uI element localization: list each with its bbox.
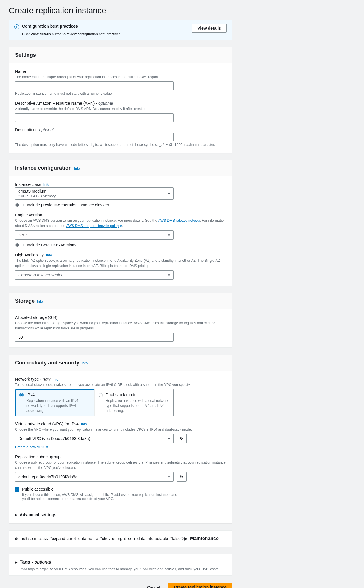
connectivity-panel: Connectivity and security Info Network t… — [9, 355, 232, 523]
name-input[interactable] — [15, 81, 174, 90]
banner-desc: Click View details button to review conf… — [22, 32, 122, 36]
chevron-down-icon: ▼ — [167, 234, 170, 237]
ipv4-title: IPv4 — [26, 392, 90, 397]
connectivity-info-link[interactable]: Info — [82, 361, 88, 365]
chevron-right-icon: ▶ — [15, 513, 17, 517]
ipv4-desc: Replication instance with an IPv4 networ… — [26, 398, 90, 413]
storage-info-link[interactable]: Info — [37, 299, 43, 304]
instance-config-panel: Instance configuration Info Instance cla… — [9, 160, 232, 286]
name-hint: Replication instance name must not start… — [15, 91, 226, 96]
maintenance-panel: default span class="expand-caret" data-n… — [9, 530, 232, 547]
refresh-vpc-button[interactable]: ↻ — [177, 434, 187, 443]
description-label: Description - optional — [15, 127, 226, 132]
name-desc: The name must be unique among all of you… — [15, 74, 226, 80]
subnet-group-select[interactable]: default-vpc-0eeda7b0193f3da8a ▼ — [15, 472, 174, 482]
tags-header: Tags - optional — [20, 559, 51, 565]
network-type-desc: To use dual-stack mode, make sure that y… — [15, 382, 226, 387]
subnet-group-label: Replication subnet group — [15, 454, 226, 459]
dual-desc: Replication instance with a dual network… — [106, 398, 170, 413]
release-notes-link[interactable]: AWS DMS release notes — [158, 219, 197, 223]
view-details-button[interactable]: View details — [192, 24, 227, 33]
network-type-dual-tile[interactable]: Dual-stack mode Replication instance wit… — [94, 389, 174, 416]
maintenance-toggle[interactable]: default span class="expand-caret" data-n… — [9, 531, 232, 547]
chevron-down-icon: ▼ — [167, 192, 170, 195]
storage-header: Storage — [15, 298, 35, 304]
ha-desc: The Multi-AZ option deploys a primary re… — [15, 258, 226, 269]
maintenance-header: Maintenance — [190, 536, 219, 541]
vpc-desc: Choose the VPC where you want your repli… — [15, 427, 226, 432]
arn-desc: A friendly name to override the default … — [15, 106, 226, 111]
vpc-label: Virtual private cloud (VPC) for IPv4 Inf… — [15, 422, 226, 426]
allocated-storage-desc: Choose the amount of storage space you w… — [15, 320, 226, 331]
instance-config-header: Instance configuration — [15, 165, 72, 171]
page-info-link[interactable]: Info — [109, 10, 115, 14]
allocated-storage-label: Allocated storage (GiB) — [15, 315, 226, 320]
instance-config-info-link[interactable]: Info — [74, 166, 80, 171]
external-link-icon: ⧉ — [46, 445, 48, 449]
page-title: Create replication instance Info — [9, 6, 355, 15]
high-availability-select[interactable]: Choose a failover setting ▼ — [15, 270, 174, 280]
tags-panel: ▶ Tags - optional Add tags to organize y… — [9, 554, 232, 576]
public-accessible-label: Public accessible — [22, 487, 181, 492]
beta-toggle-label: Include Beta DMS versions — [27, 243, 76, 247]
create-vpc-link[interactable]: Create a new VPC ⧉ — [15, 445, 48, 449]
refresh-icon: ↻ — [180, 474, 183, 479]
refresh-icon: ↻ — [180, 436, 183, 441]
settings-header: Settings — [15, 52, 36, 58]
instance-class-select[interactable]: dms.t3.medium 2 vCPUs 4 GiB Memory ▼ — [15, 187, 174, 200]
network-type-ipv4-tile[interactable]: IPv4 Replication instance with an IPv4 n… — [15, 389, 94, 416]
network-type-label: Network type - new Info — [15, 377, 226, 382]
chevron-down-icon: ▼ — [167, 274, 170, 277]
arn-label: Descriptive Amazon Resource Name (ARN) -… — [15, 101, 226, 106]
chevron-down-icon: ▼ — [167, 437, 170, 440]
description-hint: The description must only have unicode l… — [15, 143, 226, 147]
banner-title: Configuration best practices — [22, 24, 122, 29]
high-availability-label: High Availability Info — [15, 253, 226, 257]
storage-panel: Storage Info Allocated storage (GiB) Cho… — [9, 293, 232, 348]
cancel-button[interactable]: Cancel — [142, 583, 165, 588]
network-type-info-link[interactable]: Info — [53, 377, 58, 382]
engine-version-desc: Choose an AWS DMS version to run on your… — [15, 218, 226, 229]
settings-panel: Settings Name The name must be unique am… — [9, 47, 232, 153]
beta-toggle[interactable] — [15, 243, 24, 247]
engine-version-label: Engine version — [15, 213, 226, 217]
advanced-settings-label: Advanced settings — [20, 512, 56, 517]
instance-class-info-link[interactable]: Info — [43, 183, 49, 187]
create-button[interactable]: Create replication instance — [168, 583, 232, 588]
lifecycle-policy-link[interactable]: AWS DMS support lifecycle policy — [66, 224, 119, 228]
advanced-settings-toggle[interactable]: ▶ Advanced settings — [15, 507, 226, 517]
name-label: Name — [15, 69, 226, 74]
radio-icon — [19, 393, 24, 397]
arn-input[interactable] — [15, 113, 174, 122]
info-icon: i — [14, 24, 19, 29]
ha-info-link[interactable]: Info — [46, 253, 52, 257]
description-input[interactable] — [15, 133, 174, 141]
engine-version-select[interactable]: 3.5.2 ▼ — [15, 230, 174, 240]
chevron-down-icon: ▼ — [167, 475, 170, 479]
chevron-right-icon: ▶ — [15, 560, 17, 564]
tags-desc: Add tags to organize your DMS resources.… — [9, 567, 232, 575]
vpc-info-link[interactable]: Info — [81, 422, 87, 426]
best-practices-banner: i Configuration best practices Click Vie… — [9, 20, 232, 40]
allocated-storage-input[interactable] — [15, 333, 174, 342]
refresh-subnet-button[interactable]: ↻ — [177, 472, 187, 482]
prev-gen-toggle[interactable] — [15, 203, 24, 207]
connectivity-header: Connectivity and security — [15, 360, 79, 366]
instance-class-label: Instance class Info — [15, 182, 226, 187]
subnet-group-desc: Choose a subnet group for your replicati… — [15, 460, 226, 470]
dual-title: Dual-stack mode — [106, 392, 170, 397]
radio-icon — [99, 393, 103, 397]
public-accessible-checkbox[interactable]: ✓ — [15, 487, 19, 492]
prev-gen-toggle-label: Include previous-generation instance cla… — [27, 203, 109, 207]
public-accessible-desc: If you choose this option, AWS DMS will … — [22, 493, 181, 501]
vpc-select[interactable]: Default VPC (vpc-0eeda7b0193f3da8a) ▼ — [15, 434, 174, 443]
